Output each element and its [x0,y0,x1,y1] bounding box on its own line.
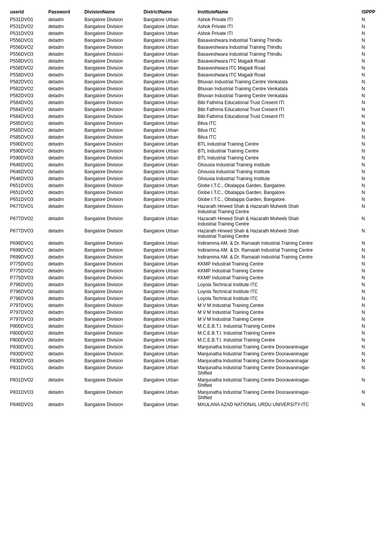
table-cell: P651DVO2 [8,189,46,196]
table-cell: Bangalore Urban [141,106,195,113]
table-cell: N [359,148,384,154]
table-cell: P800DVO1 [8,323,46,330]
table-cell: Bangalore Division [82,247,141,254]
table-cell: Bangalore Urban [141,71,195,78]
table-cell: N [359,196,384,203]
table-cell: detadm [46,58,82,65]
table-cell: N [359,120,384,127]
col-header-institutename: InstituteName [195,8,359,16]
table-cell: Bangalore Urban [141,16,195,23]
table-cell: Bangalore Division [82,44,141,51]
table-cell: detadm [46,71,82,78]
table-cell: P800DVO3 [8,337,46,343]
table-cell: detadm [46,161,82,168]
table-cell: Bhuvan Industrial Training Centre Venkat… [195,92,359,99]
table-cell: Bangalore Division [82,350,141,357]
table-cell: M V M Industrial Training Centre [195,302,359,309]
table-cell: Bibi Fathima Educational Trust Cresent I… [195,113,359,120]
table-cell: detadm [46,364,82,377]
table-cell: Bangalore Division [82,37,141,44]
table-row: P582DVO2detadmBangalore DivisionBangalor… [8,85,384,92]
table-cell: Bangalore Urban [141,85,195,92]
table-cell: Indiramma AM. & Dr. Ramaiah Industrial T… [195,254,359,260]
table-cell: N [359,154,384,161]
table-cell: Bangalore Division [82,240,141,247]
table-cell: N [359,113,384,120]
table-cell: Bangalore Division [82,16,141,23]
table-cell: N [359,37,384,44]
table-cell: Bangalore Division [82,161,141,168]
table-cell: Bangalore Division [82,316,141,323]
table-cell: detadm [46,44,82,51]
table-cell: Bangalore Urban [141,120,195,127]
table-row: P651DVO1detadmBangalore DivisionBangalor… [8,182,384,189]
table-cell: P585DVO1 [8,120,46,127]
table-cell: detadm [46,227,82,240]
table-cell: P584DVO2 [8,106,46,113]
table-cell: detadm [46,281,82,288]
table-cell: detadm [46,401,82,408]
table-cell: Bangalore Division [82,227,141,240]
table-row: P677DVO2detadmBangalore DivisionBangalor… [8,215,384,227]
table-cell: N [359,23,384,30]
table-cell: Bangalore Urban [141,350,195,357]
table-cell: Bangalore Urban [141,295,195,302]
table-cell: Bangalore Division [82,92,141,99]
table-cell: N [359,254,384,260]
data-table: userid Password DivisionName DistrictNam… [8,8,384,408]
table-cell: Bangalore Division [82,203,141,215]
col-header-divisionname: DivisionName [82,8,141,16]
table-row: P531DVO2detadmBangalore DivisionBangalor… [8,23,384,30]
table-cell: detadm [46,254,82,260]
table-cell: P585DVO3 [8,134,46,141]
table-cell: N [359,175,384,182]
table-cell: P584DVO3 [8,113,46,120]
table-row: P556DVO2detadmBangalore DivisionBangalor… [8,44,384,51]
table-cell: P584DVO1 [8,99,46,106]
table-cell: M.C.E.B.T.I. Industrial Training Centre [195,330,359,337]
table-cell: P531DVO3 [8,30,46,37]
table-cell: Bangalore Urban [141,323,195,330]
table-row: P796DVO2detadmBangalore DivisionBangalor… [8,288,384,295]
table-cell: N [359,16,384,23]
table-cell: Bangalore Urban [141,141,195,148]
table-cell: Bangalore Urban [141,134,195,141]
col-header-password: Password [46,8,82,16]
table-cell: Bangalore Division [82,274,141,281]
table-cell: P830DVO2 [8,350,46,357]
table-cell: detadm [46,389,82,401]
table-cell: Bangalore Urban [141,175,195,182]
table-cell: P646DVO1 [8,161,46,168]
table-cell: Bangalore Urban [141,254,195,260]
table-cell: N [359,260,384,267]
table-cell: Bibi Fathima Educational Trust Cresent I… [195,99,359,106]
table-row: P556DVO1detadmBangalore DivisionBangalor… [8,37,384,44]
table-cell: Manjunatha Industrial Training Centre Do… [195,377,359,389]
table-cell: N [359,58,384,65]
table-cell: Bangalore Division [82,343,141,350]
table-cell: Bangalore Urban [141,389,195,401]
table-row: P558DVO1detadmBangalore DivisionBangalor… [8,58,384,65]
table-cell: MAULANA AZAD NATIONAL URDU UNIVERSITY-IT… [195,401,359,408]
table-cell: Bangalore Division [82,99,141,106]
table-cell: detadm [46,78,82,85]
table-row: P677DVO1detadmBangalore DivisionBangalor… [8,203,384,215]
table-cell: N [359,99,384,106]
table-cell: KKMP Industrail Training Centre [195,260,359,267]
table-cell: Bangalore Urban [141,65,195,71]
table-cell: Bangalore Urban [141,99,195,106]
table-cell: Bangalore Urban [141,357,195,364]
table-cell: detadm [46,154,82,161]
table-cell: N [359,401,384,408]
table-cell: Bangalore Division [82,120,141,127]
table-cell: N [359,134,384,141]
table-cell: detadm [46,85,82,92]
table-cell: N [359,323,384,330]
table-cell: P699DVO1 [8,240,46,247]
table-row: P796DVO3detadmBangalore DivisionBangalor… [8,295,384,302]
table-cell: P590DVO3 [8,154,46,161]
table-cell: P646DVO2 [8,168,46,175]
table-cell: N [359,106,384,113]
table-cell: P797DVO3 [8,316,46,323]
table-cell: Bangalore Division [82,196,141,203]
